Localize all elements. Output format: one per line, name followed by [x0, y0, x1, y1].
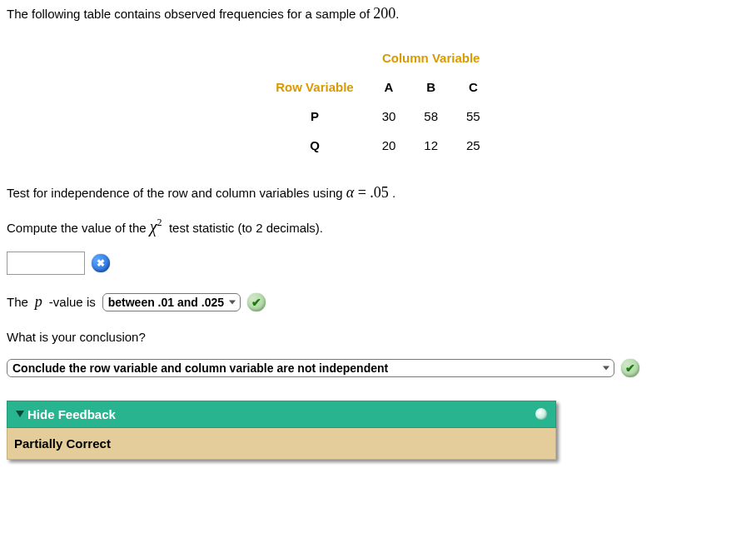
- chi-symbol: χ2: [150, 217, 162, 236]
- pvalue-select-wrap: between .01 and .025: [102, 293, 241, 311]
- row-q-label: Q: [262, 132, 366, 159]
- test-stat-input[interactable]: [7, 252, 85, 275]
- feedback-toggle-label: Hide Feedback: [27, 407, 116, 421]
- q2-suffix: test statistic (to 2 decimals).: [166, 221, 323, 235]
- feedback-status: Partially Correct: [7, 428, 556, 460]
- cell-p-c: 55: [453, 102, 494, 130]
- independence-prompt: Test for independence of the row and col…: [7, 184, 749, 202]
- cell-p-a: 30: [369, 102, 410, 130]
- row-p-label: P: [262, 102, 366, 130]
- cell-q-b: 12: [410, 132, 451, 159]
- chi-square-prompt: Compute the value of the χ2 test statist…: [7, 217, 749, 237]
- conclusion-label: What is your conclusion?: [7, 330, 749, 344]
- col-head-c: C: [453, 73, 494, 101]
- conclusion-select[interactable]: Conclude the row variable and column var…: [7, 359, 614, 377]
- table-row: Q 20 12 25: [262, 132, 493, 159]
- pvalue-select[interactable]: between .01 and .025: [102, 293, 241, 311]
- pval-prefix: The: [7, 295, 28, 309]
- q1-prefix: Test for independence of the row and col…: [7, 186, 346, 200]
- chi-letter: χ: [150, 217, 157, 236]
- wrong-icon: [92, 254, 110, 272]
- eq-sign: =: [354, 184, 370, 201]
- column-variable-header: Column Variable: [369, 44, 494, 72]
- correct-icon: [621, 359, 639, 377]
- col-head-b: B: [410, 73, 451, 101]
- feedback-panel: Hide Feedback Partially Correct: [7, 401, 556, 460]
- col-head-a: A: [369, 73, 410, 101]
- alpha-value: .05: [370, 184, 389, 201]
- p-symbol: p: [35, 293, 42, 311]
- cell-q-a: 20: [369, 132, 410, 159]
- test-stat-row: [7, 252, 749, 275]
- correct-icon: [247, 293, 266, 311]
- pval-middle: -value is: [49, 295, 96, 309]
- intro-suffix: .: [395, 7, 399, 21]
- conclusion-select-wrap: Conclude the row variable and column var…: [7, 359, 614, 377]
- pvalue-row: The p-value is between .01 and .025: [7, 293, 749, 311]
- intro-text: The following table contains observed fr…: [7, 5, 749, 22]
- alpha-symbol: α: [346, 184, 354, 201]
- intro-prefix: The following table contains observed fr…: [7, 7, 373, 21]
- table-row: P 30 58 55: [262, 102, 493, 130]
- chi-exponent: 2: [157, 217, 162, 228]
- help-icon[interactable]: [535, 408, 547, 420]
- q2-prefix: Compute the value of the: [7, 221, 150, 235]
- cell-q-c: 25: [453, 132, 494, 159]
- cell-p-b: 58: [410, 102, 451, 130]
- q1-suffix: .: [389, 186, 395, 200]
- chevron-down-icon: [16, 411, 24, 417]
- row-variable-header: Row Variable: [262, 73, 366, 101]
- frequency-table: Column Variable Row Variable A B C P 30 …: [261, 42, 495, 161]
- intro-n: 200: [373, 5, 395, 22]
- conclusion-row: Conclude the row variable and column var…: [7, 359, 749, 377]
- feedback-header[interactable]: Hide Feedback: [7, 401, 556, 428]
